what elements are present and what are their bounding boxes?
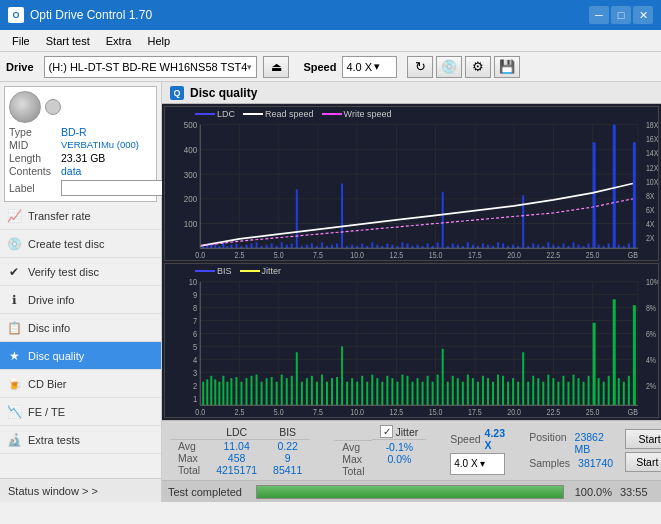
svg-text:10X: 10X (646, 177, 658, 187)
row-total-label: Total (170, 464, 208, 476)
svg-rect-265 (603, 382, 605, 406)
svg-rect-221 (381, 382, 383, 406)
speed-value: 4.0 X (346, 61, 372, 73)
status-text: Test completed (168, 486, 248, 498)
svg-rect-127 (613, 125, 616, 249)
svg-rect-259 (572, 375, 574, 406)
chart-ldc-svg: 500 400 300 200 100 18X 16X 14X 12X 10X … (165, 107, 658, 260)
svg-text:22.5: 22.5 (547, 250, 561, 260)
eject-button[interactable]: ⏏ (263, 56, 289, 78)
start-full-button[interactable]: Start full (625, 429, 661, 449)
status-window-button[interactable]: Status window > > (0, 478, 161, 502)
sidebar-item-disc-quality[interactable]: ★ Disc quality (0, 342, 161, 370)
sidebar-item-transfer-rate[interactable]: 📈 Transfer rate (0, 202, 161, 230)
action-buttons: Start full Start part (625, 429, 661, 472)
menu-extra[interactable]: Extra (98, 33, 140, 49)
jitter-header: ✓ Jitter (372, 424, 426, 440)
svg-rect-235 (452, 376, 454, 405)
svg-rect-263 (593, 323, 596, 405)
start-part-button[interactable]: Start part (625, 452, 661, 472)
svg-text:500: 500 (184, 120, 198, 131)
length-value: 23.31 GB (61, 152, 105, 164)
svg-text:12X: 12X (646, 163, 658, 173)
row-max-label: Max (170, 452, 208, 464)
svg-text:25.0: 25.0 (586, 407, 600, 417)
svg-rect-117 (562, 244, 564, 249)
sidebar-item-fe-te[interactable]: 📉 FE / TE (0, 398, 161, 426)
svg-rect-234 (447, 382, 449, 406)
maximize-button[interactable]: □ (611, 6, 631, 24)
samples-value: 381740 (578, 457, 613, 469)
menu-file[interactable]: File (4, 33, 38, 49)
svg-rect-195 (251, 376, 253, 405)
svg-rect-69 (321, 242, 323, 248)
type-value: BD-R (61, 126, 87, 138)
svg-rect-105 (502, 244, 504, 249)
drive-bar: Drive (H:) HL-DT-ST BD-RE WH16NS58 TST4 … (0, 52, 661, 82)
speed-selector[interactable]: 4.0 X ▾ (342, 56, 397, 78)
svg-rect-61 (281, 242, 283, 248)
menu-bar: File Start test Extra Help (0, 30, 661, 52)
svg-rect-249 (522, 352, 524, 405)
toolbar-btn-disc[interactable]: 💿 (436, 56, 462, 78)
svg-text:GB: GB (628, 407, 638, 417)
svg-rect-192 (235, 377, 237, 405)
disc-icon-small (45, 99, 61, 115)
sidebar-item-verify-test-disc[interactable]: ✔ Verify test disc (0, 258, 161, 286)
minimize-button[interactable]: ─ (589, 6, 609, 24)
stats-table: LDC BIS Avg 11.04 0.22 Max 458 9 Total (170, 425, 310, 476)
svg-rect-122 (588, 244, 590, 249)
sidebar-item-label-drive-info: Drive info (28, 294, 74, 306)
svg-rect-216 (356, 382, 358, 406)
svg-rect-231 (432, 382, 434, 406)
row-avg-ldc: 11.04 (208, 440, 265, 453)
content-area: Q Disc quality LDC Read speed (162, 82, 661, 502)
speed-select-stats[interactable]: 4.0 X ▾ (450, 453, 505, 475)
svg-rect-77 (361, 244, 363, 249)
svg-text:200: 200 (184, 194, 198, 205)
jitter-checkbox[interactable]: ✓ (380, 425, 393, 438)
sidebar-item-extra-tests[interactable]: 🔬 Extra tests (0, 426, 161, 454)
svg-rect-56 (256, 242, 258, 248)
svg-text:400: 400 (184, 144, 198, 155)
svg-rect-271 (633, 305, 636, 405)
progress-bar-fill (257, 486, 563, 498)
sidebar-item-drive-info[interactable]: ℹ Drive info (0, 286, 161, 314)
drive-selector[interactable]: (H:) HL-DT-ST BD-RE WH16NS58 TST4 ▾ (44, 56, 258, 78)
position-value: 23862 MB (575, 431, 614, 455)
svg-rect-224 (396, 382, 398, 406)
svg-rect-197 (261, 382, 263, 406)
jitter-avg-value: -0.1% (372, 440, 426, 453)
disc-icon (9, 91, 41, 123)
svg-rect-222 (386, 376, 388, 405)
col-bis: BIS (265, 425, 310, 440)
toolbar-btn-settings[interactable]: ⚙ (465, 56, 491, 78)
row-total-ldc: 4215171 (208, 464, 265, 476)
disc-quality-header-icon: Q (170, 86, 184, 100)
legend-ldc: LDC (195, 109, 235, 119)
svg-rect-98 (467, 242, 469, 248)
toolbar-buttons: ↻ 💿 ⚙ 💾 (407, 56, 520, 78)
svg-text:22.5: 22.5 (547, 407, 561, 417)
svg-rect-212 (336, 377, 338, 405)
svg-rect-198 (266, 378, 268, 405)
menu-help[interactable]: Help (139, 33, 178, 49)
svg-rect-206 (306, 378, 308, 405)
svg-rect-244 (497, 375, 499, 406)
toolbar-btn-save[interactable]: 💾 (494, 56, 520, 78)
svg-rect-217 (361, 376, 363, 405)
legend-jitter: Jitter (240, 266, 282, 276)
sidebar-item-create-test-disc[interactable]: 💿 Create test disc (0, 230, 161, 258)
sidebar-item-label-disc-quality: Disc quality (28, 350, 84, 362)
menu-start-test[interactable]: Start test (38, 33, 98, 49)
sidebar-item-cd-bier[interactable]: 🍺 CD Bier (0, 370, 161, 398)
svg-rect-245 (502, 376, 504, 405)
close-button[interactable]: ✕ (633, 6, 653, 24)
sidebar-item-disc-info[interactable]: 📋 Disc info (0, 314, 161, 342)
svg-text:20.0: 20.0 (507, 250, 521, 260)
svg-text:9: 9 (193, 291, 198, 301)
svg-text:4: 4 (193, 355, 198, 365)
disc-info-panel: Type BD-R MID VERBATIMu (000) Length 23.… (4, 86, 157, 202)
cd-bier-icon: 🍺 (6, 376, 22, 392)
toolbar-btn-refresh[interactable]: ↻ (407, 56, 433, 78)
